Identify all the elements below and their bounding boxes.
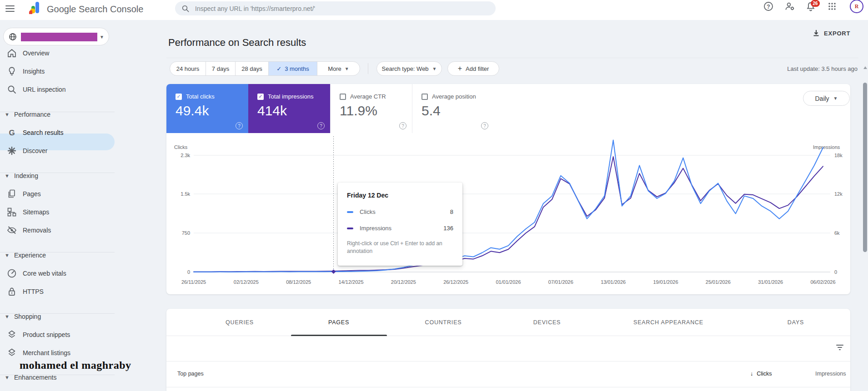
- check-icon: ✓: [276, 65, 281, 72]
- performance-line-chart[interactable]: Clicks2.3k1.5k7500Impressions18k12k6k026…: [166, 136, 850, 294]
- sidebar-item-sitemaps[interactable]: Sitemaps: [0, 203, 115, 221]
- sidebar-section-indexing[interactable]: ▼Indexing: [0, 167, 115, 185]
- date-range-7-days[interactable]: 7 days: [206, 62, 236, 75]
- home-icon: [6, 48, 17, 59]
- metric-card-average-ctr[interactable]: Average CTR11.9%?: [330, 84, 412, 133]
- x-axis-tick: 31/01/2026: [758, 279, 783, 285]
- vertical-scrollbar[interactable]: [863, 83, 867, 252]
- sidebar-item-label: Removals: [23, 227, 51, 234]
- sidebar-item-discover[interactable]: Discover: [0, 142, 115, 160]
- svg-text:G: G: [9, 129, 15, 137]
- right-axis-tick: 12k: [834, 191, 843, 197]
- section-collapse-icon: ▼: [5, 375, 10, 380]
- sidebar-item-label: Merchant listings: [23, 349, 70, 356]
- avatar[interactable]: R: [850, 0, 863, 13]
- tooltip-impressions-row: Impressions 136: [347, 225, 453, 232]
- sort-arrow-down-icon: ↓: [750, 371, 753, 377]
- section-collapse-icon: ▼: [5, 173, 10, 178]
- checkbox-checked-icon[interactable]: ✓: [176, 94, 182, 100]
- sidebar-item-label: Pages: [23, 190, 41, 198]
- date-range-28-days[interactable]: 28 days: [236, 62, 269, 75]
- metric-card-total-impressions[interactable]: ✓Total impressions414k?: [248, 84, 330, 133]
- checkbox-checked-icon[interactable]: ✓: [257, 94, 264, 100]
- metric-value: 11.9%: [340, 103, 377, 119]
- metric-label: Average position: [432, 93, 476, 100]
- sidebar-section-experience[interactable]: ▼Experience: [0, 246, 115, 264]
- metric-help-icon[interactable]: ?: [481, 122, 488, 129]
- tooltip-date: Friday 12 Dec: [347, 192, 453, 199]
- google-search-console-app: Google Search Console ? 26: [0, 0, 868, 391]
- right-axis-tick: 6k: [834, 230, 840, 236]
- manage-users-icon[interactable]: [784, 1, 795, 12]
- add-filter-chip[interactable]: +Add filter: [447, 61, 499, 76]
- x-axis-tick: 08/12/2025: [286, 279, 311, 285]
- column-header-impressions[interactable]: Impressions: [815, 371, 846, 377]
- checkbox-unchecked-icon[interactable]: [340, 94, 346, 100]
- tab-queries[interactable]: QUERIES: [226, 309, 254, 336]
- impressions-legend-dash: [347, 228, 353, 229]
- url-inspection-search[interactable]: [175, 1, 496, 15]
- checkbox-unchecked-icon[interactable]: [421, 94, 428, 100]
- sidebar-item-overview[interactable]: Overview: [0, 44, 115, 62]
- granularity-dropdown[interactable]: Daily▼: [803, 91, 850, 106]
- eyeoff-icon: [6, 225, 17, 236]
- search-type-chip[interactable]: Search type: Web▼: [376, 61, 442, 76]
- header-divider: [166, 58, 858, 58]
- date-range-24-hours[interactable]: 24 hours: [170, 62, 206, 75]
- sidebar-item-pages[interactable]: Pages: [0, 185, 115, 203]
- sidebar-item-label: URL inspection: [23, 86, 65, 93]
- column-header-clicks[interactable]: ↓Clicks: [750, 371, 772, 377]
- layers-icon: [6, 347, 17, 358]
- x-axis-tick: 20/12/2025: [391, 279, 416, 285]
- sidebar-section-shopping[interactable]: ▼Shopping: [0, 307, 115, 326]
- sidebar-item-insights[interactable]: Insights: [0, 62, 115, 80]
- filter-rows-icon[interactable]: [836, 343, 844, 351]
- sidebar-item-label: Discover: [23, 147, 47, 154]
- chip-separator: [368, 63, 368, 74]
- dimensions-panel: QUERIESPAGESCOUNTRIESDEVICESSEARCH APPEA…: [166, 309, 850, 391]
- hover-data-point: [331, 269, 336, 274]
- date-range-filter-group: 24 hours7 days28 days✓3 monthsMore▼: [170, 61, 360, 76]
- x-axis-tick: 14/12/2025: [338, 279, 363, 285]
- search-icon: [181, 5, 190, 13]
- sidebar-item-url-inspection[interactable]: URL inspection: [0, 80, 115, 99]
- section-label: Shopping: [14, 313, 41, 320]
- date-range-3-months[interactable]: ✓3 months: [269, 62, 317, 75]
- url-inspection-input[interactable]: [194, 5, 469, 13]
- metric-help-icon[interactable]: ?: [399, 122, 406, 129]
- lock-icon: [6, 286, 17, 297]
- scrollbar-up-arrow-icon[interactable]: [863, 66, 867, 69]
- bulb-icon: [6, 66, 17, 77]
- chart-tooltip: Friday 12 Dec Clicks 8 Impressions 136 R…: [338, 183, 462, 266]
- metric-card-average-position[interactable]: Average position5.4?: [412, 84, 494, 133]
- tab-days[interactable]: DAYS: [788, 309, 804, 336]
- sidebar-item-product-snippets[interactable]: Product snippets: [0, 326, 115, 344]
- search-icon: [6, 84, 17, 95]
- sitemap-icon: [6, 207, 17, 218]
- sidebar-item-core-web-vitals[interactable]: Core web vitals: [0, 264, 115, 282]
- x-axis-tick: 02/12/2025: [234, 279, 259, 285]
- x-axis-tick: 25/01/2026: [706, 279, 731, 285]
- apps-grid-icon[interactable]: [828, 2, 838, 13]
- tab-devices[interactable]: DEVICES: [533, 309, 561, 336]
- section-label: Indexing: [14, 172, 38, 179]
- export-button[interactable]: EXPORT: [812, 29, 850, 37]
- tab-search-appearance[interactable]: SEARCH APPEARANCE: [633, 309, 703, 336]
- date-range-more[interactable]: More▼: [317, 62, 360, 75]
- clicks-legend-dash: [347, 211, 353, 213]
- metric-card-total-clicks[interactable]: ✓Total clicks49.4k?: [166, 84, 248, 133]
- tab-countries[interactable]: COUNTRIES: [425, 309, 462, 336]
- sidebar-item-https[interactable]: HTTPS: [0, 282, 115, 301]
- help-icon[interactable]: ?: [763, 1, 774, 12]
- sidebar-item-label: HTTPS: [23, 288, 44, 295]
- date-range-label: 28 days: [241, 65, 262, 72]
- sidebar-item-search-results[interactable]: GSearch results: [0, 124, 115, 142]
- date-range-label: More: [328, 65, 341, 72]
- metric-help-icon[interactable]: ?: [317, 122, 325, 129]
- left-axis-tick: 750: [182, 230, 190, 236]
- metric-help-icon[interactable]: ?: [236, 122, 243, 129]
- sidebar-section-performance[interactable]: ▼Performance: [0, 105, 115, 124]
- selected-tab-underline: [291, 335, 387, 336]
- tab-pages[interactable]: PAGES: [328, 309, 349, 336]
- sidebar-item-removals[interactable]: Removals: [0, 221, 115, 239]
